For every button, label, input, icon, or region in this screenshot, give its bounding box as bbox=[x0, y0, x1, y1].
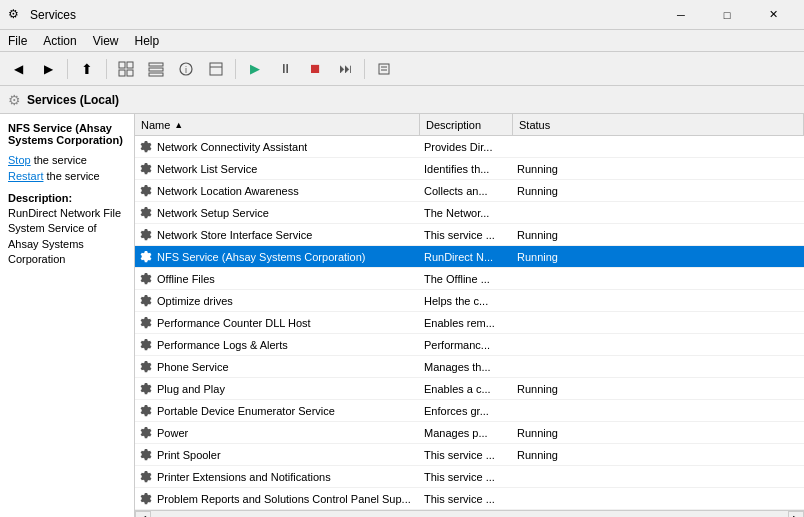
cell-status bbox=[513, 312, 804, 333]
service-icon bbox=[139, 206, 153, 220]
cell-name: Print Spooler bbox=[135, 444, 420, 465]
cell-name: Problem Reports and Solutions Control Pa… bbox=[135, 488, 420, 509]
table-row[interactable]: Network Connectivity Assistant Provides … bbox=[135, 136, 804, 158]
toolbar-sep-1 bbox=[67, 59, 68, 79]
col-header-name[interactable]: Name ▲ bbox=[135, 114, 420, 135]
toolbar-properties[interactable] bbox=[370, 56, 398, 82]
cell-desc: This service ... bbox=[420, 466, 513, 487]
service-icon bbox=[139, 426, 153, 440]
cell-status: Running bbox=[513, 422, 804, 443]
svg-rect-2 bbox=[119, 70, 125, 76]
toolbar-back[interactable]: ◀ bbox=[4, 56, 32, 82]
table-body[interactable]: Network Connectivity Assistant Provides … bbox=[135, 136, 804, 510]
table-row[interactable]: Problem Reports and Solutions Control Pa… bbox=[135, 488, 804, 510]
minimize-button[interactable]: ─ bbox=[658, 0, 704, 30]
cell-status bbox=[513, 202, 804, 223]
toolbar-btn-1[interactable] bbox=[112, 56, 140, 82]
cell-name: Performance Counter DLL Host bbox=[135, 312, 420, 333]
toolbar-restart[interactable]: ⏭ bbox=[331, 56, 359, 82]
cell-desc: Collects an... bbox=[420, 180, 513, 201]
table-row[interactable]: Power Manages p... Running bbox=[135, 422, 804, 444]
service-icon bbox=[139, 294, 153, 308]
restart-link[interactable]: Restart bbox=[8, 170, 43, 182]
cell-status: Running bbox=[513, 444, 804, 465]
cell-name: Plug and Play bbox=[135, 378, 420, 399]
menu-action[interactable]: Action bbox=[35, 30, 84, 52]
toolbar-btn-4[interactable] bbox=[202, 56, 230, 82]
toolbar-btn-2[interactable] bbox=[142, 56, 170, 82]
service-icon bbox=[139, 316, 153, 330]
menu-view[interactable]: View bbox=[85, 30, 127, 52]
table-row[interactable]: Network Store Interface Service This ser… bbox=[135, 224, 804, 246]
close-button[interactable]: ✕ bbox=[750, 0, 796, 30]
toolbar-play[interactable]: ▶ bbox=[241, 56, 269, 82]
table-row[interactable]: Optimize drives Helps the c... bbox=[135, 290, 804, 312]
toolbar: ◀ ▶ ⬆ i ▶ ⏸ ⏹ ⏭ bbox=[0, 52, 804, 86]
scroll-left-btn[interactable]: ◀ bbox=[135, 511, 151, 518]
toolbar-forward[interactable]: ▶ bbox=[34, 56, 62, 82]
toolbar-up[interactable]: ⬆ bbox=[73, 56, 101, 82]
table-row[interactable]: Printer Extensions and Notifications Thi… bbox=[135, 466, 804, 488]
menu-help[interactable]: Help bbox=[127, 30, 168, 52]
cell-desc: Performanc... bbox=[420, 334, 513, 355]
table-row[interactable]: Network Setup Service The Networ... bbox=[135, 202, 804, 224]
table-row[interactable]: Portable Device Enumerator Service Enfor… bbox=[135, 400, 804, 422]
cell-name: Phone Service bbox=[135, 356, 420, 377]
cell-desc: Enables rem... bbox=[420, 312, 513, 333]
table-row[interactable]: Print Spooler This service ... Running bbox=[135, 444, 804, 466]
cell-name: Performance Logs & Alerts bbox=[135, 334, 420, 355]
table-row[interactable]: Network Location Awareness Collects an..… bbox=[135, 180, 804, 202]
menu-file[interactable]: File bbox=[0, 30, 35, 52]
selected-service-title: NFS Service (Ahsay Systems Corporation) bbox=[8, 122, 126, 146]
cell-name: Printer Extensions and Notifications bbox=[135, 466, 420, 487]
table-row[interactable]: Plug and Play Enables a c... Running bbox=[135, 378, 804, 400]
restart-action: Restart the service bbox=[8, 170, 126, 182]
service-icon bbox=[139, 492, 153, 506]
cell-desc: Enables a c... bbox=[420, 378, 513, 399]
cell-desc: RunDirect N... bbox=[420, 246, 513, 267]
maximize-button[interactable]: □ bbox=[704, 0, 750, 30]
menu-bar: File Action View Help bbox=[0, 30, 804, 52]
app-icon: ⚙ bbox=[8, 7, 24, 23]
svg-rect-6 bbox=[149, 73, 163, 76]
table-row[interactable]: Performance Logs & Alerts Performanc... bbox=[135, 334, 804, 356]
svg-rect-4 bbox=[149, 63, 163, 66]
stop-text: the service bbox=[31, 154, 87, 166]
cell-desc: This service ... bbox=[420, 224, 513, 245]
service-icon bbox=[139, 272, 153, 286]
svg-rect-11 bbox=[379, 64, 389, 74]
table-row[interactable]: NFS Service (Ahsay Systems Corporation) … bbox=[135, 246, 804, 268]
window-controls: ─ □ ✕ bbox=[658, 0, 796, 30]
stop-link[interactable]: Stop bbox=[8, 154, 31, 166]
table-row[interactable]: Network List Service Identifies th... Ru… bbox=[135, 158, 804, 180]
svg-rect-3 bbox=[127, 70, 133, 76]
cell-status bbox=[513, 356, 804, 377]
description-label: Description: bbox=[8, 192, 126, 204]
title-bar: ⚙ Services ─ □ ✕ bbox=[0, 0, 804, 30]
toolbar-btn-3[interactable]: i bbox=[172, 56, 200, 82]
table-row[interactable]: Performance Counter DLL Host Enables rem… bbox=[135, 312, 804, 334]
h-scrollbar[interactable]: ◀ ▶ bbox=[135, 510, 804, 517]
cell-desc: Identifies th... bbox=[420, 158, 513, 179]
svg-rect-5 bbox=[149, 68, 163, 71]
table-row[interactable]: Offline Files The Offline ... bbox=[135, 268, 804, 290]
col-header-desc[interactable]: Description bbox=[420, 114, 513, 135]
col-header-status[interactable]: Status bbox=[513, 114, 804, 135]
cell-status bbox=[513, 400, 804, 421]
service-icon bbox=[139, 448, 153, 462]
cell-status bbox=[513, 268, 804, 289]
window-title: Services bbox=[30, 8, 658, 22]
service-icon bbox=[139, 228, 153, 242]
toolbar-pause[interactable]: ⏸ bbox=[271, 56, 299, 82]
toolbar-stop[interactable]: ⏹ bbox=[301, 56, 329, 82]
svg-rect-1 bbox=[127, 62, 133, 68]
cell-desc: The Networ... bbox=[420, 202, 513, 223]
table-row[interactable]: Phone Service Manages th... bbox=[135, 356, 804, 378]
restart-text: the service bbox=[43, 170, 99, 182]
cell-desc: Manages th... bbox=[420, 356, 513, 377]
cell-name: Portable Device Enumerator Service bbox=[135, 400, 420, 421]
cell-name: Network Connectivity Assistant bbox=[135, 136, 420, 157]
scroll-right-btn[interactable]: ▶ bbox=[788, 511, 804, 518]
cell-desc: Enforces gr... bbox=[420, 400, 513, 421]
cell-status: Running bbox=[513, 180, 804, 201]
